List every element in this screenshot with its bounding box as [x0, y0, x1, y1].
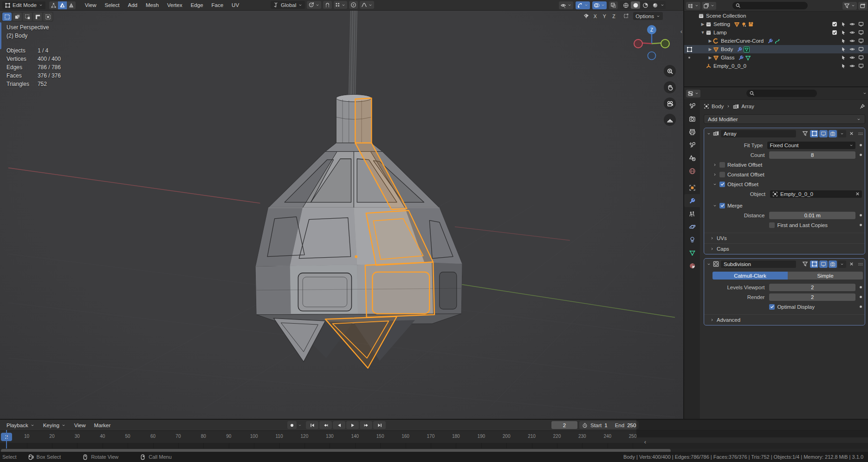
snap-toggle[interactable]	[323, 1, 332, 9]
animate-dot[interactable]	[860, 214, 862, 216]
modifier-extras-dropdown[interactable]	[838, 260, 846, 268]
navigation-gizmo[interactable]: Z	[632, 23, 671, 62]
pin-icon[interactable]	[859, 104, 865, 110]
monitor-restrict-icon[interactable]	[858, 63, 864, 69]
select-extend-button[interactable]	[23, 13, 32, 21]
properties-options-chevron[interactable]	[862, 91, 867, 96]
tab-view-layer[interactable]	[684, 138, 700, 151]
select-box-active-button[interactable]	[2, 13, 12, 21]
edge-select-button[interactable]	[58, 1, 67, 9]
shading-dropdown[interactable]	[660, 3, 665, 7]
add-modifier-button[interactable]: Add Modifier	[704, 114, 865, 124]
subdivision-panel-header[interactable]: Subdivision	[704, 259, 865, 269]
cursor-restrict-icon[interactable]	[841, 55, 846, 60]
check-white-icon[interactable]	[832, 30, 837, 35]
menu-view[interactable]: View	[81, 1, 100, 9]
timeline-menu-keying[interactable]: Keying	[39, 422, 70, 429]
options-dropdown[interactable]: Options	[633, 12, 663, 20]
modifier-extras-dropdown[interactable]	[838, 130, 846, 137]
toolbar-hint-strip[interactable]	[0, 22, 1, 49]
drag-handle[interactable]	[856, 130, 865, 137]
advanced-section-header[interactable]: Advanced	[704, 314, 865, 325]
optimal-display-checkbox[interactable]	[769, 304, 775, 310]
keying-chevron[interactable]	[298, 423, 302, 428]
tab-render[interactable]	[684, 112, 700, 125]
close-icon[interactable]	[847, 260, 855, 268]
constant-offset-checkbox[interactable]	[719, 172, 725, 177]
timeline-menu-playback[interactable]: Playback	[3, 422, 39, 429]
count-field[interactable]: 8	[769, 151, 855, 159]
tab-object[interactable]	[684, 181, 700, 194]
menu-add[interactable]: Add	[124, 1, 141, 9]
catmull-clark-button[interactable]: Catmull-Clark	[713, 272, 788, 280]
snap-square-icon[interactable]	[623, 13, 629, 19]
mirror-icon[interactable]	[583, 13, 589, 19]
face-select-button[interactable]	[67, 1, 76, 9]
ortho-toggle-button[interactable]	[664, 114, 676, 126]
cursor-restrict-icon[interactable]	[841, 30, 846, 35]
next-key-button[interactable]	[360, 421, 372, 429]
viewport-canvas[interactable]: X Y Z Options User Perspective (2) Body …	[0, 10, 683, 419]
gizmos-toggle[interactable]	[576, 1, 590, 9]
offset-object-field[interactable]: Empty_0_0_0	[770, 190, 862, 198]
render-levels-field[interactable]: 2	[769, 293, 855, 301]
monitor-restrict-icon[interactable]	[858, 30, 864, 35]
outliner-row-beziercurve-cord[interactable]: ▶BezierCurve-Cord	[684, 37, 868, 45]
close-icon[interactable]	[847, 130, 855, 137]
animate-dot[interactable]	[860, 144, 862, 146]
levels-viewport-field[interactable]: 2	[769, 284, 855, 291]
select-new-button[interactable]	[13, 13, 22, 21]
menu-vertex[interactable]: Vertex	[163, 1, 186, 9]
array-panel-header[interactable]: Array	[704, 128, 865, 139]
play-button[interactable]	[346, 421, 359, 429]
modifier-name-field[interactable]: Array	[721, 130, 796, 137]
play-back-button[interactable]	[333, 421, 345, 429]
playhead-line[interactable]	[6, 430, 7, 449]
properties-search[interactable]	[746, 90, 817, 97]
caps-section-header[interactable]: Caps	[704, 243, 865, 254]
cursor-restrict-icon[interactable]	[841, 46, 846, 52]
end-value[interactable]: 250	[627, 423, 636, 428]
zoom-button[interactable]	[664, 65, 676, 77]
camera-view-button[interactable]	[664, 98, 676, 110]
pivot-dropdown[interactable]	[307, 1, 321, 9]
on-cage-toggle[interactable]	[810, 130, 818, 137]
first-last-checkbox[interactable]	[769, 222, 775, 228]
distance-field[interactable]: 0.01 m	[769, 212, 855, 219]
tab-constraints[interactable]	[684, 233, 700, 246]
animate-dot[interactable]	[860, 154, 862, 156]
tab-material[interactable]	[684, 259, 700, 272]
relative-offset-checkbox[interactable]	[719, 162, 725, 168]
outliner-row-body[interactable]: ▶Body	[684, 45, 868, 53]
cursor-restrict-icon[interactable]	[841, 21, 846, 27]
sidebar-collapse-arrow[interactable]: ‹	[680, 28, 682, 35]
tab-scene[interactable]	[684, 151, 700, 164]
jump-end-button[interactable]	[373, 421, 386, 429]
object-offset-checkbox[interactable]	[719, 182, 725, 187]
outliner-row-empty-0-0-0[interactable]: Empty_0_0_0	[684, 62, 868, 70]
outliner-row-glass[interactable]: ▶Glass	[684, 53, 868, 62]
current-frame-field[interactable]: 2	[551, 421, 577, 429]
eye-restrict-icon[interactable]	[849, 63, 855, 69]
prev-key-button[interactable]	[319, 421, 332, 429]
render-toggle[interactable]	[829, 130, 837, 137]
realtime-toggle[interactable]	[819, 260, 828, 268]
animate-dot[interactable]	[860, 286, 862, 288]
merge-checkbox[interactable]	[719, 203, 725, 208]
eye-restrict-icon[interactable]	[849, 38, 855, 44]
render-toggle[interactable]	[829, 260, 837, 268]
animate-dot[interactable]	[860, 296, 862, 298]
start-value[interactable]: 1	[604, 423, 607, 428]
eye-restrict-icon[interactable]	[849, 55, 855, 60]
jump-start-button[interactable]	[306, 421, 318, 429]
breadcrumb-modifier[interactable]: Array	[741, 104, 754, 109]
timeline-track-area[interactable]	[0, 443, 868, 449]
shading-wireframe-button[interactable]	[621, 1, 630, 9]
xray-toggle[interactable]	[609, 1, 618, 9]
modifier-name-field[interactable]: Subdivision	[721, 260, 796, 268]
timeline-menu-marker[interactable]: Marker	[91, 422, 115, 429]
auto-keying-button[interactable]	[287, 421, 297, 429]
editor-type-properties[interactable]	[686, 90, 700, 98]
new-collection-button[interactable]	[858, 2, 867, 10]
menu-edge[interactable]: Edge	[187, 1, 207, 9]
